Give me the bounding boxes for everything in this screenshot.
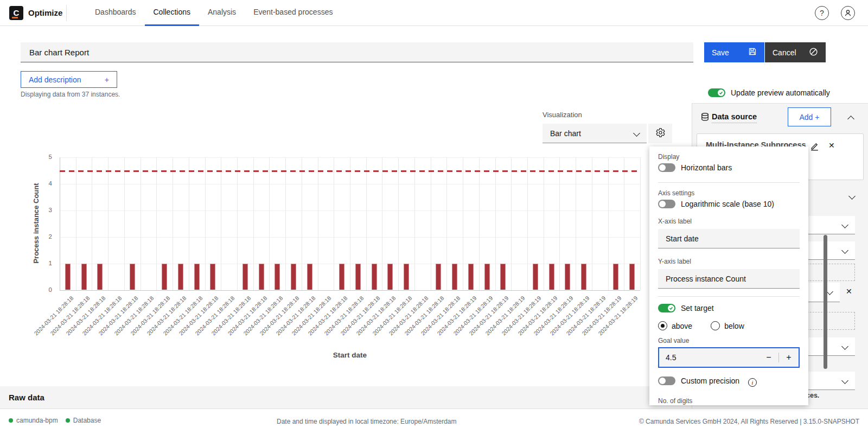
bar bbox=[81, 264, 87, 290]
add-data-source-button[interactable]: Add + bbox=[788, 107, 831, 126]
target-line bbox=[60, 170, 640, 172]
info-icon[interactable]: i bbox=[748, 378, 757, 387]
bar bbox=[581, 264, 586, 290]
v-gridline bbox=[495, 157, 496, 290]
chart-settings-button[interactable] bbox=[648, 124, 672, 143]
bar bbox=[307, 264, 312, 290]
user-icon[interactable] bbox=[841, 6, 855, 20]
v-gridline bbox=[189, 157, 189, 290]
v-gridline bbox=[398, 157, 399, 290]
log-scale-label: Logarithmic scale (base 10) bbox=[681, 200, 774, 208]
x-axis-label-input[interactable] bbox=[658, 229, 800, 248]
bar bbox=[387, 264, 393, 290]
help-icon[interactable]: ? bbox=[815, 6, 829, 20]
v-gridline bbox=[221, 157, 221, 290]
v-gridline bbox=[366, 157, 367, 290]
status-dot-icon bbox=[66, 418, 70, 423]
floppy-disk-icon bbox=[748, 47, 757, 58]
bar bbox=[130, 264, 135, 290]
v-gridline bbox=[141, 157, 141, 290]
y-axis-tick-label: 4 bbox=[34, 180, 52, 187]
v-gridline bbox=[608, 157, 609, 290]
tab-event-based-processes[interactable]: Event-based processes bbox=[245, 0, 341, 26]
tab-analysis[interactable]: Analysis bbox=[199, 0, 245, 26]
chart-settings-popover: Display Horizontal bars Axis settings Lo… bbox=[649, 146, 808, 405]
increment-button[interactable]: + bbox=[779, 348, 799, 367]
status-label: camunda-bpm bbox=[16, 417, 58, 424]
v-gridline bbox=[479, 157, 480, 290]
visualization-dropdown[interactable]: Bar chart bbox=[542, 124, 647, 143]
remove-data-source-icon[interactable]: ✕ bbox=[828, 141, 835, 150]
log-scale-toggle[interactable] bbox=[658, 200, 675, 208]
top-nav: C Optimize Dashboards Collections Analys… bbox=[0, 0, 868, 26]
add-description-button[interactable]: Add description + bbox=[21, 71, 117, 88]
bar bbox=[97, 264, 103, 290]
remove-filter-icon[interactable]: ✕ bbox=[846, 287, 852, 296]
v-gridline bbox=[302, 157, 302, 290]
edit-pencil-icon[interactable] bbox=[810, 142, 819, 153]
y-axis-tick-label: 0 bbox=[34, 286, 52, 293]
set-target-toggle[interactable] bbox=[658, 304, 675, 312]
header-divider bbox=[66, 5, 67, 21]
y-axis-field-label: Y-axis label bbox=[658, 258, 691, 265]
timezone-note: Date and time displayed in local timezon… bbox=[277, 418, 457, 425]
y-axis-tick-label: 2 bbox=[34, 233, 52, 240]
v-gridline bbox=[318, 157, 318, 290]
divider bbox=[658, 182, 800, 183]
raw-data-section: Raw data bbox=[0, 386, 692, 409]
v-gridline bbox=[511, 157, 512, 290]
bar bbox=[565, 264, 570, 290]
radio-above[interactable] bbox=[658, 321, 667, 330]
tab-collections[interactable]: Collections bbox=[145, 0, 199, 26]
v-gridline bbox=[640, 157, 641, 290]
save-button[interactable]: Save bbox=[704, 42, 764, 62]
goal-value-input[interactable]: 4.5 − + bbox=[658, 347, 800, 368]
h-gridline bbox=[60, 290, 640, 291]
decrement-button[interactable]: − bbox=[759, 348, 778, 367]
bar bbox=[613, 264, 618, 290]
bar bbox=[484, 264, 490, 290]
bar bbox=[404, 264, 409, 290]
brand-title: Optimize bbox=[28, 0, 62, 26]
add-description-label: Add description bbox=[29, 75, 81, 84]
bar bbox=[549, 264, 554, 290]
panel-scrollbar[interactable] bbox=[824, 235, 827, 369]
v-gridline bbox=[285, 157, 286, 290]
y-axis-label-input[interactable] bbox=[658, 269, 800, 289]
copyright: © Camunda Services GmbH 2024, All Rights… bbox=[639, 418, 859, 425]
v-gridline bbox=[205, 157, 206, 290]
bar bbox=[452, 264, 457, 290]
radio-above-label: above bbox=[672, 322, 692, 330]
bar bbox=[65, 264, 71, 290]
camunda-logo[interactable]: C bbox=[9, 6, 23, 20]
bar bbox=[291, 264, 296, 290]
horizontal-bars-toggle[interactable] bbox=[658, 163, 675, 172]
bar bbox=[275, 264, 280, 290]
prohibition-icon bbox=[809, 47, 818, 58]
bar bbox=[355, 264, 361, 290]
chevron-down-icon bbox=[633, 130, 640, 137]
bar bbox=[372, 264, 377, 290]
v-gridline bbox=[237, 157, 238, 290]
display-section-label: Display bbox=[658, 153, 679, 161]
cancel-button-label: Cancel bbox=[773, 48, 796, 57]
tab-dashboards[interactable]: Dashboards bbox=[86, 0, 145, 26]
v-gridline bbox=[334, 157, 334, 290]
status-label: Database bbox=[73, 417, 101, 424]
axis-section-label: Axis settings bbox=[658, 189, 694, 197]
report-title-input[interactable] bbox=[21, 42, 693, 62]
bar bbox=[178, 264, 183, 290]
bar bbox=[339, 264, 344, 290]
bar bbox=[436, 264, 441, 290]
v-gridline bbox=[431, 157, 431, 290]
v-gridline bbox=[60, 157, 60, 290]
v-gridline bbox=[108, 157, 108, 290]
raw-data-title: Raw data bbox=[9, 393, 44, 402]
divider bbox=[658, 296, 800, 297]
custom-precision-toggle[interactable] bbox=[658, 376, 675, 385]
y-axis-tick-label: 5 bbox=[34, 154, 52, 160]
auto-update-toggle[interactable] bbox=[708, 88, 725, 97]
cancel-button[interactable]: Cancel bbox=[765, 42, 826, 62]
radio-below[interactable] bbox=[711, 321, 720, 330]
gear-icon bbox=[655, 127, 666, 140]
